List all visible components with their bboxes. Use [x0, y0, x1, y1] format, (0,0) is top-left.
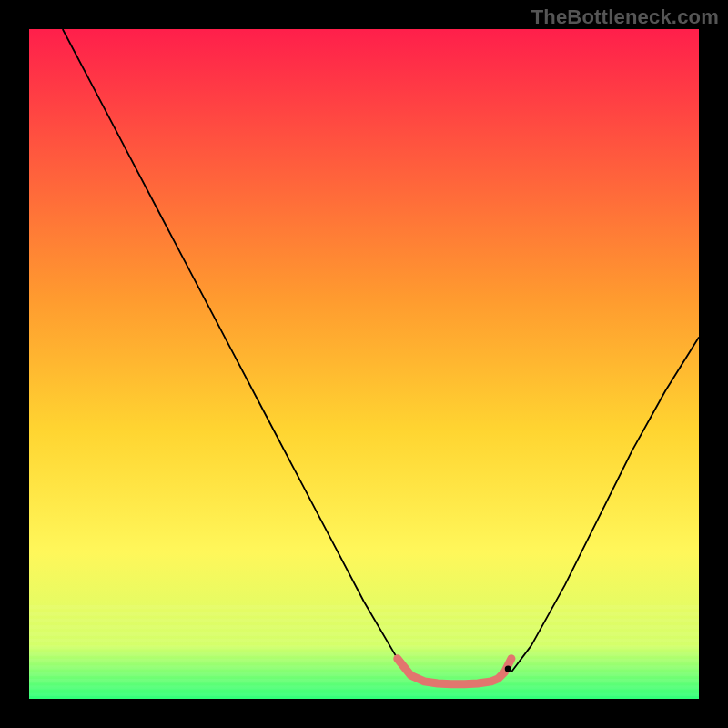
band-stripe [29, 685, 699, 689]
plot-area [29, 29, 699, 699]
marker-black-dot [505, 665, 511, 672]
chart-svg [29, 29, 699, 699]
band-stripe [29, 652, 699, 655]
chart-frame: TheBottleneck.com [0, 0, 728, 728]
band-stripe [29, 659, 699, 662]
gradient-background [29, 29, 699, 699]
band-stripe [29, 612, 699, 615]
band-stripe [29, 625, 699, 629]
band-stripe [29, 605, 699, 609]
band-stripe [29, 665, 699, 669]
band-stripe [29, 693, 699, 696]
band-stripe [29, 679, 699, 682]
band-stripe [29, 619, 699, 622]
band-stripe [29, 672, 699, 676]
band-stripe [29, 632, 699, 635]
band-stripe [29, 639, 699, 642]
band-stripe [29, 645, 699, 649]
watermark-text: TheBottleneck.com [531, 5, 719, 29]
